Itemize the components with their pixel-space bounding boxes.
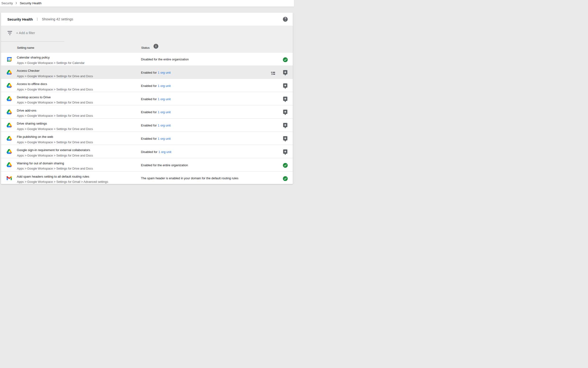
- svg-text:31: 31: [8, 58, 10, 61]
